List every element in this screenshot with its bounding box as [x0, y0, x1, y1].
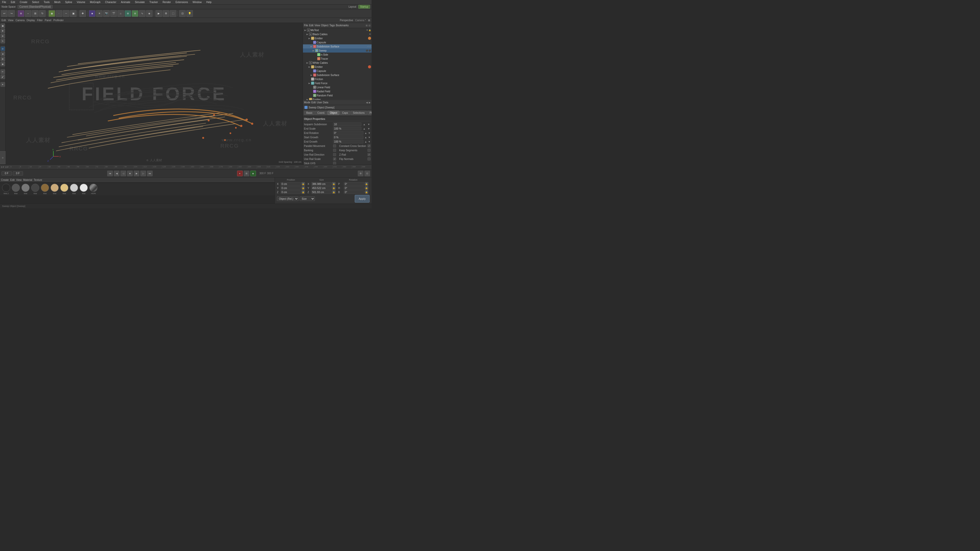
tm-128[interactable]: 128 [162, 165, 171, 168]
mat-item-3[interactable]: Mat [21, 184, 30, 195]
pos-x-input[interactable] [280, 182, 301, 186]
record-btn[interactable]: ● [237, 171, 243, 176]
obj-mgr-view[interactable]: View [314, 24, 320, 27]
attr-userdata[interactable]: User Data [317, 101, 328, 104]
endscale-up-btn[interactable]: ▲ [363, 127, 366, 130]
rot-z-lock[interactable]: 🔒 [365, 190, 368, 194]
tm-184[interactable]: 184 [228, 165, 238, 168]
menu-create[interactable]: Create [19, 1, 28, 3]
obj-emitter3[interactable]: ▶ E Emitter [303, 97, 372, 100]
obj-mgr-edit[interactable]: Edit [309, 24, 313, 27]
tm-88[interactable]: 88 [114, 165, 124, 168]
menu-volume[interactable]: Volume [76, 1, 86, 3]
attr-check-zrail[interactable] [368, 153, 371, 156]
material-btn[interactable]: ◈ [146, 10, 153, 17]
tm-32[interactable]: 32 [48, 165, 57, 168]
obj-blackcables[interactable]: ▶ N Black Cables 👁 [303, 32, 372, 36]
tm-224[interactable]: 224 [275, 165, 285, 168]
edges-mode-btn[interactable]: ─ [63, 10, 69, 17]
points-mode-btn[interactable]: · [56, 10, 62, 17]
obj-whitecables[interactable]: ▶ N White Cables [303, 61, 372, 65]
tm-8[interactable]: 8 [19, 165, 29, 168]
rot-z-input[interactable] [344, 190, 364, 194]
tab-selections[interactable]: Selections [351, 111, 367, 115]
tm-240[interactable]: 240 [294, 165, 304, 168]
frame-field[interactable] [2, 171, 12, 176]
tm-72[interactable]: 72 [95, 165, 105, 168]
tm-288[interactable]: 288 [352, 165, 361, 168]
sidebar-tool1-btn[interactable]: ⊡ [0, 46, 5, 51]
mat-item-4[interactable]: Mat [31, 184, 39, 195]
rot-y-input[interactable] [344, 186, 364, 190]
menu-help[interactable]: Help [205, 1, 213, 3]
obj-vis-icon2[interactable]: 👁 [369, 33, 371, 35]
mat-item-hdri[interactable]: HDRi [89, 184, 97, 195]
obj-capsule2[interactable]: C Capsule [303, 69, 372, 73]
vp-panel[interactable]: Panel [45, 19, 51, 22]
mat-edit[interactable]: Edit [10, 179, 14, 181]
menu-select[interactable]: Select [31, 1, 40, 3]
playback-icon2[interactable]: ⊡ [364, 171, 370, 176]
attr-check-keepseg[interactable] [368, 149, 371, 152]
tab-coord[interactable]: Coord. [315, 111, 327, 115]
obj-mgr-object[interactable]: Object [321, 24, 328, 27]
mat-view[interactable]: View [16, 179, 22, 181]
mat-item-5[interactable]: Mat [41, 184, 49, 195]
size-y-input[interactable] [311, 186, 331, 190]
tm-104[interactable]: 104 [133, 165, 143, 168]
obj-lock-icon[interactable]: 🔒 [369, 29, 371, 32]
size-dropdown[interactable]: Size [300, 197, 315, 201]
sidebar-snap-btn[interactable]: ✦ [0, 82, 5, 87]
size-y-lock[interactable]: 🔒 [332, 186, 336, 190]
menu-mograph[interactable]: MoGraph [89, 1, 102, 3]
tm-136[interactable]: 136 [171, 165, 180, 168]
sidebar-tool4-btn[interactable]: ◉ [0, 62, 5, 66]
tm-152[interactable]: 152 [190, 165, 200, 168]
obj-subdiv2[interactable]: ▶ S Subdivision Surface [303, 73, 372, 77]
obj-check1[interactable]: ✓ [367, 45, 369, 48]
deform-btn[interactable]: ⌂ [118, 10, 124, 17]
vp-filter[interactable]: Filter [37, 19, 43, 22]
size-z-lock[interactable]: 🔒 [332, 190, 336, 194]
next-frame-btn[interactable]: ▷ [140, 171, 146, 176]
scene-btn[interactable]: 🎬 [110, 10, 117, 17]
obj-fieldforce[interactable]: ▶ FF Field Force [303, 81, 372, 85]
tm-168[interactable]: 168 [209, 165, 218, 168]
tm-24[interactable]: 24 [38, 165, 48, 168]
menu-animate[interactable]: Animate [120, 1, 131, 3]
mat-item-2[interactable]: Mat [12, 184, 20, 195]
obj-mgr-file[interactable]: File [304, 24, 308, 27]
tm-96[interactable]: 96 [124, 165, 133, 168]
fields-btn[interactable]: ⊛ [132, 10, 138, 17]
render-region-btn[interactable]: ⬚ [170, 10, 177, 17]
obj-check2[interactable]: ✓ [369, 45, 371, 48]
render-btn[interactable]: ▶ [156, 10, 162, 17]
obj-tracer1[interactable]: T Tracer [303, 57, 372, 61]
tm-248[interactable]: 248 [304, 165, 313, 168]
menu-file[interactable]: File [1, 1, 7, 3]
startup-label[interactable]: Startup [358, 5, 370, 9]
vp-view[interactable]: View [8, 19, 14, 22]
menu-spline[interactable]: Spline [64, 1, 73, 3]
obj-mgr-tags[interactable]: Tags [329, 24, 335, 27]
playback-settings-btn[interactable]: ⚙ [358, 171, 363, 176]
vp-display[interactable]: Display [27, 19, 35, 22]
pos-x-lock[interactable]: 🔒 [301, 182, 305, 186]
object-mode-btn[interactable]: ◉ [48, 10, 55, 17]
tm-272[interactable]: 272 [332, 165, 342, 168]
move-btn[interactable]: ↔ [25, 10, 32, 17]
endrot-up-btn[interactable]: ▲ [364, 132, 367, 135]
mat-item-9[interactable]: Mat [80, 184, 88, 195]
tm-280[interactable]: 280 [342, 165, 352, 168]
pos-y-input[interactable] [280, 186, 301, 190]
menu-mesh[interactable]: Mesh [53, 1, 62, 3]
apply-button[interactable]: Apply [355, 195, 369, 203]
sidebar-rotate-btn[interactable]: ↻ [0, 39, 5, 43]
attr-edit[interactable]: Edit [311, 101, 316, 104]
menu-edit[interactable]: Edit [10, 1, 16, 3]
attr-val-startgrowth[interactable]: 0 % [333, 135, 363, 139]
attr-mode[interactable]: Mode [304, 101, 310, 104]
tm-112[interactable]: 112 [143, 165, 152, 168]
nodespace-current[interactable]: Current (Standard/Physical) [18, 5, 52, 9]
goto-end-btn[interactable]: ⏭ [147, 171, 153, 176]
